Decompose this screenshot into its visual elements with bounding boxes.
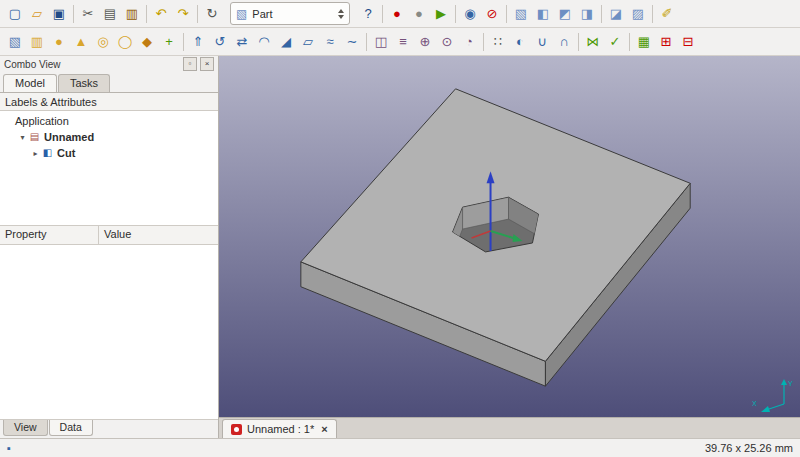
3d-scene[interactable] — [219, 56, 800, 417]
offset-2d-button[interactable]: ⊙ — [436, 31, 458, 53]
panel-float-button[interactable]: ▫ — [183, 57, 197, 71]
draw-style-button[interactable]: ⊘ — [481, 3, 503, 25]
undo-button[interactable]: ↶ — [150, 3, 172, 25]
extrude-button[interactable]: ⇑ — [187, 31, 209, 53]
view-rear-icon: ◪ — [610, 7, 622, 20]
part-tube-button[interactable]: ◯ — [114, 31, 136, 53]
tab-tasks[interactable]: Tasks — [58, 74, 110, 92]
boolean-cut-button[interactable]: ◐ — [509, 31, 531, 53]
part-box-button[interactable]: ▧ — [4, 31, 26, 53]
part-cylinder-button[interactable]: ▥ — [26, 31, 48, 53]
viewport[interactable]: Y X — [219, 56, 800, 417]
tab-model[interactable]: Model — [3, 74, 57, 92]
zoom-fit-all-button[interactable]: ◉ — [459, 3, 481, 25]
view-right-button[interactable]: ◨ — [576, 3, 598, 25]
loft-button[interactable]: ≈ — [319, 31, 341, 53]
boolean-intersection-button[interactable]: ∩ — [553, 31, 575, 53]
shape-builder-button[interactable]: + — [158, 31, 180, 53]
workbench-selector[interactable]: ▧ Part — [230, 2, 350, 25]
fillet-button[interactable]: ◠ — [253, 31, 275, 53]
macro-stop-icon: ● — [415, 7, 423, 20]
join-split-button[interactable]: ⋈ — [582, 31, 604, 53]
revolve-button[interactable]: ↺ — [209, 31, 231, 53]
undo-icon: ↶ — [156, 7, 167, 20]
part-cone-button[interactable]: ▲ — [70, 31, 92, 53]
expand-icon[interactable]: ▸ — [30, 149, 41, 158]
attachment-icon: ⊞ — [661, 35, 672, 48]
collapse-icon[interactable]: ▾ — [17, 133, 28, 142]
cross-sections-button[interactable]: ≡ — [392, 31, 414, 53]
tab-data[interactable]: Data — [49, 420, 93, 436]
part-tube-icon: ◯ — [118, 35, 133, 48]
document-tab-bar: Unnamed : 1* × — [219, 417, 800, 438]
save-document-button[interactable]: ▣ — [48, 3, 70, 25]
cut-button[interactable]: ✂ — [77, 3, 99, 25]
tree-item-unnamed[interactable]: ▾▤Unnamed — [0, 129, 218, 145]
part-torus-button[interactable]: ◎ — [92, 31, 114, 53]
nav-x-arrowhead — [761, 406, 770, 412]
new-document-button[interactable]: ▢ — [4, 3, 26, 25]
view-rear-button[interactable]: ◪ — [605, 3, 627, 25]
nav-x-label: X — [752, 400, 757, 407]
combo-spinner[interactable] — [338, 9, 344, 19]
value-column-header[interactable]: Value — [99, 226, 218, 244]
property-table-header: Property Value — [0, 226, 218, 245]
mirror-button[interactable]: ⇄ — [231, 31, 253, 53]
tree-header-label: Labels & Attributes — [5, 96, 97, 108]
tree-header[interactable]: Labels & Attributes — [0, 93, 218, 111]
cut-icon: ◧ — [41, 148, 54, 158]
tree-item-cut[interactable]: ▸◧Cut — [0, 145, 218, 161]
tree-item-application[interactable]: Application — [0, 113, 218, 129]
document-tab[interactable]: Unnamed : 1* × — [222, 419, 337, 438]
toolbar-separator — [601, 5, 602, 23]
shape-builder-icon: + — [165, 35, 173, 48]
paste-button[interactable]: ▥ — [121, 3, 143, 25]
view-right-icon: ◨ — [581, 7, 593, 20]
macro-record-button[interactable]: ● — [386, 3, 408, 25]
macro-execute-button[interactable]: ▶ — [430, 3, 452, 25]
cross-sections-icon: ≡ — [399, 35, 407, 48]
panel-window-buttons: ▫ × — [180, 57, 214, 71]
part-sphere-button[interactable]: ● — [48, 31, 70, 53]
boolean-union-button[interactable]: ∪ — [531, 31, 553, 53]
refresh-button[interactable]: ↻ — [201, 3, 223, 25]
check-geometry-button[interactable]: ✓ — [604, 31, 626, 53]
defeaturing-button[interactable]: ⊟ — [677, 31, 699, 53]
whats-this-button[interactable]: ? — [357, 3, 379, 25]
view-left-button[interactable]: ▨ — [627, 3, 649, 25]
status-bar: ▪ 39.76 x 25.26 mm — [0, 438, 800, 457]
projection-on-surface-icon: ▦ — [638, 35, 650, 48]
copy-button[interactable]: ▤ — [99, 3, 121, 25]
view-top-button[interactable]: ◩ — [554, 3, 576, 25]
view-front-button[interactable]: ◧ — [532, 3, 554, 25]
ruled-surface-button[interactable]: ▱ — [297, 31, 319, 53]
compound-button[interactable]: ∷ — [487, 31, 509, 53]
projection-on-surface-button[interactable]: ▦ — [633, 31, 655, 53]
spinner-up-icon[interactable] — [338, 9, 344, 13]
macro-stop-button[interactable]: ● — [408, 3, 430, 25]
view-isometric-button[interactable]: ▧ — [510, 3, 532, 25]
toolbar-separator — [483, 33, 484, 51]
offset-3d-button[interactable]: ⊕ — [414, 31, 436, 53]
redo-button[interactable]: ↷ — [172, 3, 194, 25]
section-button[interactable]: ◫ — [370, 31, 392, 53]
document-tab-close-icon[interactable]: × — [321, 424, 327, 435]
tab-view[interactable]: View — [3, 420, 48, 436]
panel-close-button[interactable]: × — [200, 57, 214, 71]
mirror-icon: ⇄ — [237, 35, 248, 48]
property-column-header[interactable]: Property — [0, 226, 99, 244]
chamfer-button[interactable]: ◢ — [275, 31, 297, 53]
sweep-button[interactable]: ∼ — [341, 31, 363, 53]
thickness-button[interactable]: ◔ — [458, 31, 480, 53]
toolbar-part-tools-group: ▧▥●▲◎◯◆+⇑↺⇄◠◢▱≈∼◫≡⊕⊙◔∷◐∪∩⋈✓▦⊞⊟ — [4, 31, 699, 53]
measure-distance-button[interactable]: ✐ — [656, 3, 678, 25]
document-tab-label: Unnamed : 1* — [247, 423, 314, 435]
toolbar-separator — [197, 5, 198, 23]
copy-icon: ▤ — [104, 7, 116, 20]
create-primitives-button[interactable]: ◆ — [136, 31, 158, 53]
spinner-down-icon[interactable] — [338, 15, 344, 19]
combo-view-panel: Combo View ▫ × Model Tasks Labels & Attr… — [0, 56, 219, 438]
viewport-column: Y X Unnamed : 1* × — [219, 56, 800, 438]
attachment-button[interactable]: ⊞ — [655, 31, 677, 53]
open-document-button[interactable]: ▱ — [26, 3, 48, 25]
